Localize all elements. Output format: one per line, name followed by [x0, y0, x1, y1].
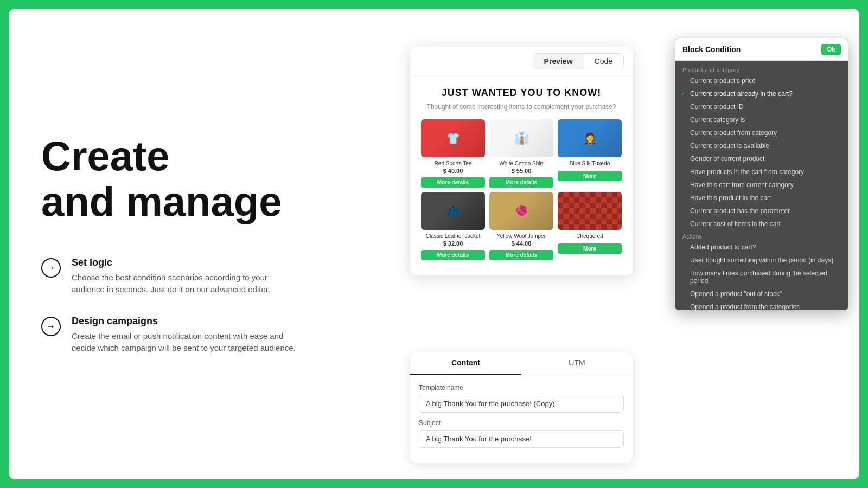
btn-more-0[interactable]: More details: [421, 177, 485, 188]
bc-section-label: Actions: [675, 230, 848, 241]
subject-input[interactable]: [419, 430, 624, 448]
feature-text-logic: Set logic Choose the best condition scen…: [72, 257, 299, 296]
subject-label: Subject: [419, 419, 624, 427]
product-name-3: Classic Leather Jacket: [426, 233, 481, 239]
product-price-4: $ 44.00: [512, 240, 532, 247]
email-preview-card: Preview Code JUST WANTED YOU TO KNOW! Th…: [410, 47, 633, 275]
product-img-blue-tux: 🤵: [558, 119, 622, 157]
left-panel: Create and manage → Set logic Choose the…: [9, 9, 388, 479]
btn-more-2[interactable]: More: [558, 171, 622, 181]
product-grid: 👕 Red Sports Tee $ 40.00 More details Wh…: [421, 119, 622, 260]
product-name-1: White Cotton Shirt: [499, 160, 543, 166]
tab-code[interactable]: Code: [584, 54, 623, 69]
bc-list-item[interactable]: Current product ID: [675, 100, 848, 113]
bc-list-item[interactable]: Current product has the parameter: [675, 204, 848, 217]
bc-list-item[interactable]: Have this product in the cart: [675, 191, 848, 204]
bc-section-label: Product and category: [675, 64, 848, 74]
product-name-2: Blue Silk Tuxedo: [570, 160, 610, 166]
main-container: Create and manage → Set logic Choose the…: [9, 9, 859, 479]
product-cell-0: 👕 Red Sports Tee $ 40.00 More details: [421, 119, 485, 188]
product-name-4: Yellow Wool Jumper: [497, 233, 546, 239]
product-cell-4: 🧶 Yellow Wool Jumper $ 44.00 More detail…: [489, 192, 553, 260]
card-top-bar: Preview Code: [410, 47, 633, 76]
tab-preview[interactable]: Preview: [533, 54, 584, 69]
product-img-wool: 🧶: [489, 192, 553, 230]
hero-title: Create and manage: [41, 133, 356, 224]
product-img-jacket: 🧥: [421, 192, 485, 230]
bc-list-item[interactable]: Opened a product "out of stock": [675, 287, 848, 300]
block-condition-dropdown: Block Condition Ok Product and categoryC…: [675, 38, 848, 310]
form-tabs: Content UTM: [410, 352, 633, 375]
bc-list-item[interactable]: Current category is: [675, 113, 848, 126]
btn-more-3[interactable]: More details: [421, 250, 485, 260]
preview-tab-group: Preview Code: [533, 53, 624, 69]
template-name-label: Template name: [419, 384, 624, 391]
bottom-form: Content UTM Template name Subject: [410, 352, 633, 463]
bc-list-item[interactable]: User bought something within the period …: [675, 254, 848, 267]
product-img-checked: [558, 192, 622, 230]
bc-list-item[interactable]: Opened a product from the categories: [675, 300, 848, 310]
product-cell-5: Chequered More: [558, 192, 622, 260]
feature-text-design: Design campaigns Create the email or pus…: [72, 316, 299, 355]
product-name-5: Chequered: [576, 233, 603, 239]
email-heading: JUST WANTED YOU TO KNOW!: [421, 87, 622, 99]
form-body: Template name Subject: [410, 375, 633, 463]
bc-list-item[interactable]: Current product already in the cart?: [675, 87, 848, 100]
bc-list-item[interactable]: Current product's price: [675, 74, 848, 87]
form-tab-content[interactable]: Content: [410, 352, 521, 375]
bc-header: Block Condition Ok: [675, 38, 848, 61]
product-price-0: $ 40.00: [443, 168, 463, 174]
arrow-icon-design: →: [41, 317, 61, 336]
bc-list-item[interactable]: Have products in the cart from category: [675, 165, 848, 178]
bc-list-item[interactable]: Gender of current product: [675, 152, 848, 165]
right-panel: Preview Code JUST WANTED YOU TO KNOW! Th…: [388, 9, 859, 479]
product-img-red-tee: 👕: [421, 119, 485, 157]
product-cell-3: 🧥 Classic Leather Jacket $ 32.00 More de…: [421, 192, 485, 260]
product-img-white-shirt: [489, 119, 553, 157]
product-cell-2: 🤵 Blue Silk Tuxedo More: [558, 119, 622, 188]
bc-list-item[interactable]: Have this cart from current category: [675, 178, 848, 191]
template-name-input[interactable]: [419, 395, 624, 413]
feature-item-design: → Design campaigns Create the email or p…: [41, 316, 356, 355]
bc-list-item[interactable]: Added product to cart?: [675, 241, 848, 254]
bc-list-item[interactable]: How many times purchased during the sele…: [675, 267, 848, 287]
bc-list-item[interactable]: Current product is available: [675, 139, 848, 152]
btn-more-4[interactable]: More details: [489, 250, 553, 260]
bc-list-item[interactable]: Current cost of items in the cart: [675, 217, 848, 230]
product-price-3: $ 32.00: [443, 240, 463, 247]
product-price-1: $ 55.00: [512, 168, 532, 174]
feature-list: → Set logic Choose the best condition sc…: [41, 257, 356, 355]
email-body: JUST WANTED YOU TO KNOW! Thought of some…: [410, 76, 633, 275]
btn-more-5[interactable]: More: [558, 243, 622, 254]
form-tab-utm[interactable]: UTM: [521, 352, 633, 375]
arrow-icon-logic: →: [41, 258, 61, 278]
email-subtext: Thought of some interesting items to com…: [421, 103, 622, 111]
bc-list-item[interactable]: Current product from category: [675, 126, 848, 139]
product-cell-1: White Cotton Shirt $ 55.00 More details: [489, 119, 553, 188]
bc-ok-button[interactable]: Ok: [821, 44, 841, 55]
btn-more-1[interactable]: More details: [489, 177, 553, 188]
bc-list[interactable]: Product and categoryCurrent product's pr…: [675, 61, 848, 310]
bc-title: Block Condition: [682, 45, 741, 54]
feature-item-logic: → Set logic Choose the best condition sc…: [41, 257, 356, 296]
product-name-0: Red Sports Tee: [435, 160, 472, 166]
